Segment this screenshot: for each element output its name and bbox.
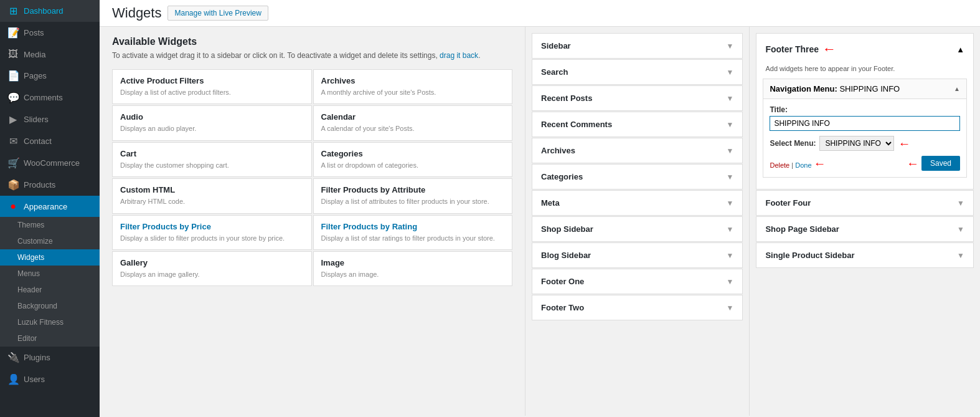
sidebar-item-woocommerce[interactable]: 🛒 WooCommerce — [0, 152, 100, 174]
shop-page-sidebar-title: Shop Page Sidebar — [765, 224, 839, 234]
contact-icon: ✉ — [7, 135, 19, 147]
submenu-item-luzuk-fitness[interactable]: Luzuk Fitness — [0, 314, 100, 330]
single-product-sidebar-header[interactable]: Single Product Sidebar ▼ — [756, 243, 973, 267]
widget-archives[interactable]: Archives A monthly archive of your site'… — [313, 69, 513, 104]
chevron-down-icon: ▼ — [727, 251, 734, 260]
submenu-item-editor[interactable]: Editor — [0, 330, 100, 347]
sidebar-item-comments[interactable]: 💬 Comments — [0, 87, 100, 108]
widget-calendar[interactable]: Calendar A calendar of your site's Posts… — [313, 105, 513, 140]
sidebar-item-label: Plugins — [24, 353, 50, 362]
area-shop-sidebar[interactable]: Shop Sidebar ▼ — [532, 216, 743, 242]
widget-image[interactable]: Image Displays an image. — [313, 251, 513, 286]
submenu-item-menus[interactable]: Menus — [0, 266, 100, 282]
chevron-up-icon: ▲ — [954, 85, 960, 92]
chevron-down-icon: ▼ — [727, 68, 734, 77]
shop-page-sidebar-header[interactable]: Shop Page Sidebar ▼ — [756, 217, 973, 241]
sidebar-item-products[interactable]: 📦 Products — [0, 174, 100, 196]
footer-three-description: Add widgets here to appear in your Foote… — [756, 65, 973, 79]
sidebar-item-users[interactable]: 👤 Users — [0, 368, 100, 390]
area-footer-two[interactable]: Footer Two ▼ — [532, 295, 743, 320]
widget-active-product-filters[interactable]: Active Product Filters Display a list of… — [112, 69, 312, 104]
widget-filter-products-by-rating[interactable]: Filter Products by Rating Display a list… — [313, 215, 513, 250]
title-input[interactable] — [770, 116, 960, 131]
area-blog-sidebar[interactable]: Blog Sidebar ▼ — [532, 242, 743, 268]
nav-menu-widget-header[interactable]: Navigation Menu: SHIPPING INFO ▲ — [763, 79, 966, 98]
products-icon: 📦 — [7, 179, 19, 191]
appearance-icon: ● — [7, 201, 19, 212]
area-recent-comments[interactable]: Recent Comments ▼ — [532, 112, 743, 137]
submenu-item-background[interactable]: Background — [0, 298, 100, 314]
single-product-sidebar-title: Single Product Sidebar — [765, 251, 854, 260]
area-search[interactable]: Search ▼ — [532, 59, 743, 85]
submenu-item-customize[interactable]: Customize — [0, 233, 100, 249]
submenu-label: Menus — [17, 269, 40, 278]
sidebar-item-label: WooCommerce — [24, 158, 80, 168]
red-arrow-title: ← — [822, 41, 836, 57]
sidebar-item-pages[interactable]: 📄 Pages — [0, 65, 100, 87]
submenu-item-header[interactable]: Header — [0, 282, 100, 298]
single-product-sidebar-section: Single Product Sidebar ▼ — [756, 242, 974, 268]
appearance-submenu: Themes Customize Widgets Menus Header Ba… — [0, 217, 100, 347]
sidebar-item-label: Comments — [24, 93, 63, 102]
submenu-item-themes[interactable]: Themes — [0, 217, 100, 233]
submenu-label: Themes — [17, 221, 44, 229]
navigation-menu-widget: Navigation Menu: SHIPPING INFO ▲ Title: … — [763, 79, 967, 178]
area-recent-posts[interactable]: Recent Posts ▼ — [532, 85, 743, 111]
manage-live-preview-button[interactable]: Manage with Live Preview — [167, 6, 268, 21]
widget-cart[interactable]: Cart Display the customer shopping cart. — [112, 142, 312, 177]
chevron-down-icon: ▼ — [727, 199, 734, 208]
saved-button[interactable]: Saved — [921, 156, 960, 171]
widget-categories[interactable]: Categories A list or dropdown of categor… — [313, 142, 513, 177]
chevron-down-icon: ▼ — [957, 251, 964, 260]
footer-three-panel: Footer Three ← ▲ Add widgets here to app… — [750, 27, 980, 416]
users-icon: 👤 — [7, 373, 19, 385]
submenu-label: Widgets — [17, 253, 44, 262]
available-widgets-heading: Available Widgets — [112, 36, 512, 47]
area-categories[interactable]: Categories ▼ — [532, 164, 743, 189]
sidebar-item-posts[interactable]: 📝 Posts — [0, 22, 100, 44]
widget-audio[interactable]: Audio Displays an audio player. — [112, 105, 312, 140]
sidebar-item-sliders[interactable]: ▶ Sliders — [0, 108, 100, 130]
wp-admin-sidebar: ⊞ Dashboard 📝 Posts 🖼 Media 📄 Pages 💬 Co… — [0, 0, 100, 417]
submenu-item-widgets[interactable]: Widgets — [0, 249, 100, 266]
page-title: Widgets Manage with Live Preview — [112, 5, 268, 21]
delete-link[interactable]: Delete — [770, 161, 789, 169]
area-sidebar[interactable]: Sidebar ▼ — [532, 33, 743, 59]
available-widgets-desc: To activate a widget drag it to a sideba… — [112, 51, 512, 60]
submenu-label: Luzuk Fitness — [17, 318, 64, 327]
nav-menu-widget-body: Title: Select Menu: SHIPPING INFO ← — [763, 98, 966, 177]
content-area: Available Widgets To activate a widget d… — [100, 27, 980, 416]
area-archives[interactable]: Archives ▼ — [532, 138, 743, 163]
drag-back-link[interactable]: drag it back — [440, 51, 478, 60]
footer-four-header[interactable]: Footer Four ▼ — [756, 191, 973, 215]
widget-grid: Active Product Filters Display a list of… — [112, 69, 512, 286]
footer-three-header[interactable]: Footer Three ← ▲ — [756, 34, 973, 65]
sidebar-item-label: Posts — [24, 28, 44, 37]
sidebar-item-contact[interactable]: ✉ Contact — [0, 130, 100, 152]
sidebar-item-label: Products — [24, 180, 55, 189]
sidebar-item-dashboard[interactable]: ⊞ Dashboard — [0, 0, 100, 22]
done-link[interactable]: Done — [795, 161, 811, 169]
area-meta[interactable]: Meta ▼ — [532, 190, 743, 216]
chevron-down-icon: ▼ — [727, 146, 734, 155]
widget-filter-products-by-attribute[interactable]: Filter Products by Attribute Display a l… — [313, 178, 513, 213]
shop-page-sidebar-section: Shop Page Sidebar ▼ — [756, 216, 974, 242]
footer-four-title: Footer Four — [765, 198, 811, 208]
sidebar-item-media[interactable]: 🖼 Media — [0, 44, 100, 65]
sliders-icon: ▶ — [7, 113, 19, 125]
submenu-label: Background — [17, 302, 57, 310]
top-bar: Widgets Manage with Live Preview — [100, 0, 980, 27]
widget-gallery[interactable]: Gallery Displays an image gallery. — [112, 251, 312, 286]
submenu-label: Header — [17, 285, 42, 294]
sidebar-item-plugins[interactable]: 🔌 Plugins — [0, 347, 100, 368]
select-menu-dropdown[interactable]: SHIPPING INFO — [819, 136, 894, 151]
posts-icon: 📝 — [7, 27, 19, 39]
area-footer-one[interactable]: Footer One ▼ — [532, 269, 743, 294]
sidebar-item-label: Sliders — [24, 115, 49, 124]
sidebar-item-appearance[interactable]: ● Appearance — [0, 196, 100, 217]
widget-custom-html[interactable]: Custom HTML Arbitrary HTML code. — [112, 178, 312, 213]
widget-filter-products-by-price[interactable]: Filter Products by Price Display a slide… — [112, 215, 312, 250]
nav-menu-widget-title: Navigation Menu: SHIPPING INFO — [770, 84, 900, 93]
red-arrow-select: ← — [898, 137, 910, 151]
widget-links: Delete | Done ← — [770, 156, 826, 171]
